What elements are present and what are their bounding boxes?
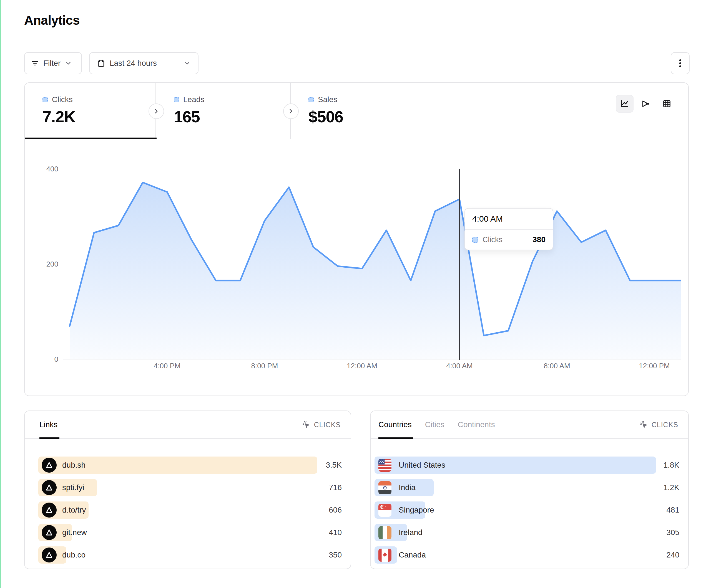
filter-button[interactable]: Filter (24, 52, 82, 74)
links-rows: dub.sh3.5Kspti.fyi716d.to/try606git.new4… (25, 439, 351, 569)
links-panel: Links CLICKS dub.sh3.5Kspti.fyi716d.to/t… (24, 410, 351, 569)
page-title: Analytics (24, 13, 80, 28)
country-row-value: 481 (666, 501, 680, 519)
country-row[interactable]: United States1.8K (374, 456, 680, 474)
country-row-label: India (399, 483, 416, 492)
countries-panel: CountriesCitiesContinents CLICKS United … (370, 410, 689, 569)
clicks-legend-square (42, 97, 48, 103)
countries-panel-header: CountriesCitiesContinents CLICKS (371, 411, 688, 439)
clicks-metric-label: CLICKS (314, 421, 341, 429)
country-row-label: Ireland (399, 528, 423, 537)
stat-clicks[interactable]: Clicks 7.2K (25, 83, 156, 139)
link-row-label: dub.co (62, 550, 86, 560)
country-row[interactable]: Singapore481 (374, 501, 680, 519)
country-row-value: 1.8K (663, 456, 680, 474)
filter-button-label: Filter (43, 59, 61, 68)
link-row-value: 716 (329, 479, 342, 496)
tooltip-time: 4:00 AM (465, 208, 553, 230)
country-row[interactable]: India1.2K (374, 479, 680, 496)
clicks-metric-label: CLICKS (652, 421, 678, 429)
stat-leads-label: Leads (183, 95, 204, 104)
us-flag-icon (379, 459, 391, 472)
tab-cities[interactable]: Cities (425, 420, 445, 429)
chevron-down-icon (184, 60, 191, 67)
stat-sales[interactable]: Sales $506 (291, 83, 485, 139)
dub-logo-icon (42, 502, 57, 518)
link-row[interactable]: git.new410 (38, 524, 342, 541)
link-row-value: 350 (329, 546, 342, 564)
stat-sales-value: $506 (308, 107, 485, 126)
country-row[interactable]: Ireland305 (374, 524, 680, 541)
leads-legend-square (174, 97, 179, 103)
expand-leads-chevron-button[interactable] (283, 104, 299, 119)
sg-flag-icon (379, 504, 391, 517)
stats-row: Clicks 7.2K Leads 165 Sales $506 (25, 83, 688, 139)
country-row[interactable]: Canada240 (374, 546, 680, 564)
x-axis-tick: 12:00 AM (347, 362, 377, 370)
x-axis-tick: 4:00 PM (154, 362, 181, 370)
clicks-metric-toggle[interactable]: CLICKS (302, 420, 341, 429)
x-axis-tick: 4:00 AM (446, 362, 473, 370)
filter-icon (31, 59, 39, 67)
tab-links[interactable]: Links (39, 420, 58, 429)
link-row-label: git.new (62, 528, 87, 537)
tooltip-value: 380 (533, 235, 545, 244)
y-axis-tick: 400 (36, 165, 58, 173)
line-chart-view-button[interactable] (616, 95, 633, 113)
stat-clicks-label: Clicks (52, 95, 73, 104)
stat-sales-label: Sales (318, 95, 337, 104)
in-flag-icon (379, 481, 391, 494)
kebab-menu-icon (676, 59, 684, 68)
analytics-card: Clicks 7.2K Leads 165 Sales $506 (24, 82, 689, 396)
ie-flag-icon (379, 526, 391, 539)
tab-countries[interactable]: Countries (379, 420, 412, 429)
country-row-label: Singapore (399, 506, 434, 515)
funnel-view-button[interactable] (637, 95, 655, 113)
sales-legend-square (308, 97, 314, 103)
country-row-value: 1.2K (663, 479, 680, 496)
chart-crosshair (459, 168, 460, 360)
chart-area-fill (70, 182, 681, 359)
y-axis-tick: 200 (36, 260, 58, 269)
clicks-area-chart[interactable] (63, 168, 681, 359)
dub-logo-icon (42, 458, 57, 473)
link-row-value: 3.5K (326, 456, 342, 474)
stat-leads[interactable]: Leads 165 (156, 83, 291, 139)
more-options-button[interactable] (671, 52, 690, 74)
chevron-right-icon (287, 108, 295, 115)
link-row-value: 410 (329, 524, 342, 541)
link-row-label: d.to/try (62, 506, 86, 515)
date-range-button[interactable]: Last 24 hours (89, 52, 198, 74)
table-view-button[interactable] (658, 95, 676, 113)
ca-flag-icon (379, 549, 391, 562)
dub-logo-icon (42, 525, 57, 540)
tooltip-series-label: Clicks (482, 235, 502, 244)
country-row-label: Canada (399, 550, 426, 560)
dub-logo-icon (42, 480, 57, 495)
calendar-icon (97, 59, 105, 67)
country-row-value: 305 (666, 524, 680, 541)
countries-rows: United States1.8KIndia1.2KSingapore481Ir… (371, 439, 688, 569)
dub-logo-icon (42, 547, 57, 563)
cursor-click-icon (302, 420, 311, 429)
x-axis-tick: 12:00 PM (639, 362, 670, 370)
tab-continents[interactable]: Continents (458, 420, 495, 429)
stat-leads-value: 165 (174, 107, 290, 126)
expand-clicks-chevron-button[interactable] (149, 104, 164, 119)
stat-clicks-value: 7.2K (42, 107, 155, 126)
link-row[interactable]: dub.sh3.5K (38, 456, 342, 474)
clicks-metric-toggle[interactable]: CLICKS (639, 420, 678, 429)
link-row[interactable]: spti.fyi716 (38, 479, 342, 496)
link-row[interactable]: d.to/try606 (38, 501, 342, 519)
link-row-label: spti.fyi (62, 483, 84, 492)
chart-tooltip: 4:00 AM Clicks 380 (465, 208, 553, 250)
funnel-icon (641, 99, 650, 109)
link-row-label: dub.sh (62, 461, 86, 470)
chevron-down-icon (65, 60, 72, 67)
tooltip-legend-square (472, 237, 478, 243)
links-panel-header: Links CLICKS (25, 411, 351, 439)
link-row-value: 606 (329, 501, 342, 519)
date-range-label: Last 24 hours (110, 59, 157, 68)
country-row-label: United States (399, 461, 445, 470)
link-row[interactable]: dub.co350 (38, 546, 342, 564)
